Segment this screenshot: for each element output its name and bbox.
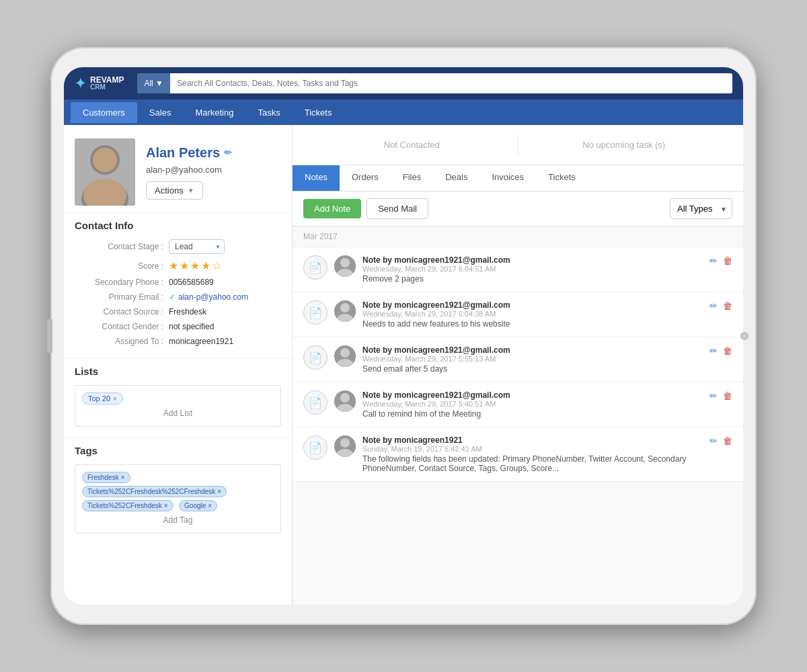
- note-delete-icon[interactable]: 🗑: [723, 300, 732, 311]
- note-delete-icon[interactable]: 🗑: [723, 435, 732, 446]
- tab-deals[interactable]: Deals: [433, 165, 479, 191]
- note-item: 📄 Note by monicagreen1921@gmail.com Wedn…: [293, 247, 743, 292]
- note-edit-icon[interactable]: ✏: [709, 435, 718, 446]
- note-delete-icon[interactable]: 🗑: [723, 390, 732, 401]
- tab-tickets[interactable]: Tickets: [536, 165, 588, 191]
- list-item[interactable]: Top 20 ×: [82, 392, 123, 405]
- edit-name-icon[interactable]: ✏: [224, 147, 232, 158]
- svg-point-18: [340, 438, 350, 448]
- status-not-contacted: Not Contacted: [306, 140, 518, 150]
- tab-tickets[interactable]: Tickets: [293, 102, 344, 123]
- stage-select[interactable]: Lead Prospect Customer VIP: [169, 239, 225, 254]
- info-row-assigned: Assigned To : monicagreen1921: [75, 337, 281, 346]
- note-author: Note by monicagreen1921@gmail.com: [362, 390, 703, 400]
- add-list-link[interactable]: Add List: [81, 406, 275, 421]
- tag-remove-icon[interactable]: ×: [121, 474, 125, 481]
- note-delete-icon[interactable]: 🗑: [723, 345, 732, 356]
- tag-label: Tickets%252CFreshdesk: [87, 502, 162, 509]
- tag-remove-icon[interactable]: ×: [164, 502, 168, 509]
- note-text: Call to remind him of the Meeting: [362, 409, 703, 419]
- send-mail-button[interactable]: Send Mail: [367, 198, 428, 219]
- tag-item-google[interactable]: Google ×: [179, 500, 217, 511]
- tag-item-tickets-1[interactable]: Tickets%252CFreshdesk%252CFreshdesk ×: [82, 486, 227, 497]
- type-filter: All Types: [670, 198, 732, 219]
- source-value: Freshdesk: [169, 307, 281, 317]
- tab-tasks[interactable]: Tasks: [245, 102, 292, 123]
- svg-point-12: [340, 348, 350, 358]
- add-note-button[interactable]: Add Note: [303, 199, 361, 218]
- search-input[interactable]: [170, 73, 732, 93]
- contact-info-section: Contact Info Contact Stage : Lead Prospe…: [64, 212, 292, 358]
- note-avatar: [334, 255, 356, 277]
- tag-remove-icon[interactable]: ×: [217, 488, 221, 495]
- profile-section: Alan Peters ✏ alan-p@yahoo.com Actions ▼: [64, 125, 292, 212]
- note-actions: ✏ 🗑: [709, 390, 732, 401]
- note-text: The following fields has been updated: P…: [362, 454, 703, 473]
- contact-name: Alan Peters: [146, 145, 220, 161]
- score-label: Score :: [75, 261, 169, 271]
- note-author: Note by monicagreen1921: [362, 435, 703, 445]
- search-dropdown-label: All ▼: [144, 79, 163, 88]
- tab-sales[interactable]: Sales: [137, 102, 184, 123]
- note-date: Wednesday, March 29, 2017 6:04:38 AM: [362, 310, 703, 318]
- tab-files[interactable]: Files: [391, 165, 433, 191]
- note-avatar: [334, 390, 356, 412]
- contact-info-title: Contact Info: [75, 220, 281, 231]
- tag-label: Google: [184, 502, 206, 509]
- tag-item-tickets-2[interactable]: Tickets%252CFreshdesk ×: [82, 500, 174, 511]
- score-stars: ★★★★☆: [169, 259, 223, 272]
- main-content: Alan Peters ✏ alan-p@yahoo.com Actions ▼…: [64, 125, 743, 605]
- tag-item-freshdesk[interactable]: Freshdesk ×: [82, 472, 130, 483]
- note-date: Sunday, March 19, 2017 5:42:41 AM: [362, 445, 703, 453]
- tablet-button-right: [740, 332, 748, 340]
- lists-section: Lists Top 20 × Add List: [64, 358, 292, 437]
- note-item: 📄 Note by monicagreen1921 Sunday, March …: [293, 427, 743, 482]
- note-edit-icon[interactable]: ✏: [709, 390, 718, 401]
- note-avatar-image: [334, 345, 356, 367]
- note-edit-icon[interactable]: ✏: [709, 345, 718, 356]
- search-dropdown[interactable]: All ▼: [137, 73, 170, 93]
- actions-label: Actions: [155, 185, 184, 196]
- tag-label: Tickets%252CFreshdesk%252CFreshdesk: [87, 488, 215, 495]
- note-file-icon: 📄: [303, 300, 328, 325]
- tags-section: Tags Freshdesk × Tickets%252CFreshdesk%2…: [64, 437, 292, 544]
- lists-container: Top 20 × Add List: [75, 385, 281, 427]
- profile-info: Alan Peters ✏ alan-p@yahoo.com Actions ▼: [146, 145, 281, 200]
- tab-customers[interactable]: Customers: [71, 102, 137, 123]
- tab-marketing[interactable]: Marketing: [183, 102, 245, 123]
- note-text: Remove 2 pages: [362, 274, 703, 284]
- actions-button[interactable]: Actions ▼: [146, 181, 203, 200]
- note-content: Note by monicagreen1921@gmail.com Wednes…: [362, 300, 703, 329]
- note-author: Note by monicagreen1921@gmail.com: [362, 300, 703, 310]
- note-avatar: [334, 435, 356, 457]
- note-actions: ✏ 🗑: [709, 435, 732, 446]
- info-row-phone: Secondary Phone : 0056585689: [75, 278, 281, 287]
- tag-label: Freshdesk: [87, 474, 119, 481]
- date-header: Mar 2017: [293, 226, 743, 247]
- logo: ✦ REVAMP CRM: [75, 75, 124, 91]
- assigned-value: monicagreen1921: [169, 337, 281, 346]
- actions-chevron-icon: ▼: [188, 187, 194, 194]
- status-bar: Not Contacted No upcoming task (s): [293, 125, 743, 165]
- note-author: Note by monicagreen1921@gmail.com: [362, 345, 703, 355]
- tab-orders[interactable]: Orders: [340, 165, 391, 191]
- assigned-label: Assigned To :: [75, 337, 169, 346]
- profile-email: alan-p@yahoo.com: [146, 165, 281, 175]
- note-delete-icon[interactable]: 🗑: [723, 255, 732, 266]
- stage-select-wrapper: Lead Prospect Customer VIP: [169, 239, 225, 254]
- gender-value: not specified: [169, 322, 281, 331]
- type-select[interactable]: All Types: [670, 198, 732, 219]
- note-text: Needs to add new features to his website: [362, 319, 703, 329]
- tab-invoices[interactable]: Invoices: [479, 165, 536, 191]
- tab-notes[interactable]: Notes: [293, 165, 340, 191]
- info-row-gender: Contact Gender : not specified: [75, 322, 281, 331]
- info-row-email: Primary Email : ✓ alan-p@yahoo.com: [75, 292, 281, 302]
- svg-point-6: [340, 258, 350, 267]
- tag-remove-icon[interactable]: ×: [208, 502, 212, 509]
- note-edit-icon[interactable]: ✏: [709, 255, 718, 266]
- tablet-button-left: [47, 319, 52, 353]
- list-item-remove-icon[interactable]: ×: [113, 395, 117, 403]
- add-tag-link[interactable]: Add Tag: [81, 513, 275, 528]
- note-edit-icon[interactable]: ✏: [709, 300, 718, 311]
- note-file-icon: 📄: [303, 345, 328, 370]
